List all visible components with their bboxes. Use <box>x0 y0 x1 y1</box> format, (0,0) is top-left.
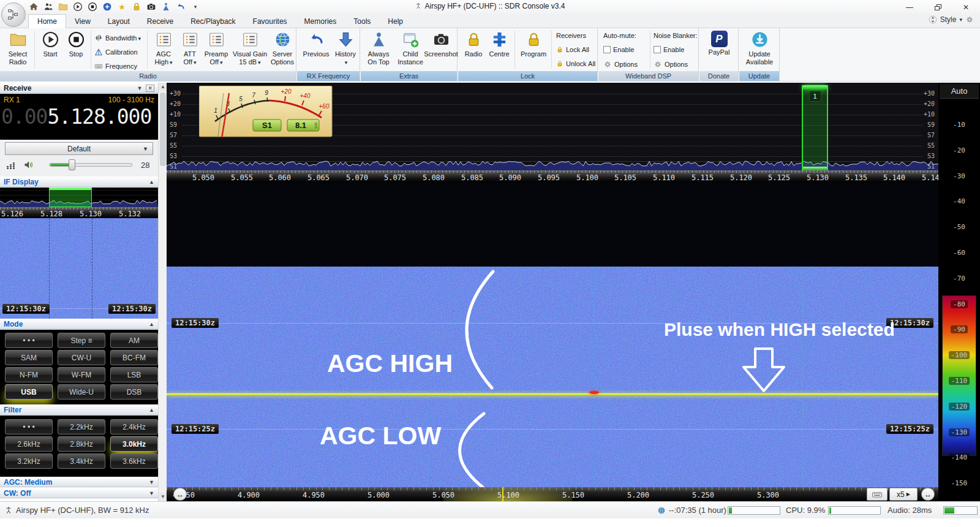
filter-panel-header[interactable]: Filter▲ <box>0 404 158 415</box>
collapse-caret-icon[interactable]: ▼ <box>137 85 143 91</box>
history-dropdown[interactable]: History <box>333 29 358 66</box>
calibration-button[interactable]: Calibration <box>94 48 138 56</box>
tab-tools[interactable]: Tools <box>345 14 379 28</box>
noise-blanker-enable-checkbox[interactable]: Enable <box>654 46 684 53</box>
mode-button-more[interactable]: • • • <box>5 333 53 348</box>
tab-rec-playback[interactable]: Rec/Playback <box>182 14 244 28</box>
speaker-icon[interactable] <box>23 159 36 171</box>
scrollbar-thumb[interactable] <box>160 93 166 166</box>
filter-button-2-6[interactable]: 2.6kHz <box>5 436 53 452</box>
update-available-button[interactable]: Update Available <box>742 29 777 66</box>
tab-view[interactable]: View <box>66 14 99 28</box>
frequency-button[interactable]: Frequency <box>94 62 137 70</box>
mode-button-cw-u[interactable]: CW-U <box>58 350 105 365</box>
tab-memories[interactable]: Memories <box>296 14 345 28</box>
pan-right-button[interactable]: ↔ <box>921 488 935 501</box>
pan-left-button[interactable]: ↔ <box>173 488 187 501</box>
mode-button-am[interactable]: AM <box>110 333 158 348</box>
mode-button-usb[interactable]: USB <box>5 384 53 400</box>
filter-button-3-4[interactable]: 3.4kHz <box>58 453 105 469</box>
zoom-button[interactable]: x5▶ <box>889 488 918 501</box>
if-spectrum[interactable] <box>0 188 158 207</box>
mode-panel-header[interactable]: Mode▲ <box>0 319 158 329</box>
application-menu-button[interactable] <box>1 2 26 27</box>
style-button[interactable]: Style <box>940 15 957 24</box>
auto-mute-options-button[interactable]: Options <box>603 60 638 69</box>
filter-button-3-2[interactable]: 3.2kHz <box>5 453 53 469</box>
lock-centre-button[interactable]: Centre <box>486 29 512 58</box>
profile-dropdown[interactable]: Default▼ <box>5 142 153 155</box>
unlock-all-button[interactable]: Unlock All <box>556 60 595 67</box>
keyboard-entry-button[interactable] <box>867 488 888 501</box>
collapse-caret-icon[interactable]: ▲ <box>149 179 154 185</box>
cw-collapsed-header[interactable]: CW: Off▼ <box>0 488 158 498</box>
close-button[interactable]: ✕ <box>952 0 980 14</box>
collapse-caret-icon[interactable]: ▲ <box>149 407 154 413</box>
previous-button[interactable]: Previous <box>301 29 331 58</box>
stop-button[interactable]: Stop <box>64 29 88 58</box>
tab-help[interactable]: Help <box>379 14 412 28</box>
auto-range-button[interactable]: Auto <box>940 84 979 99</box>
spectrum-display[interactable]: +30 +20 +10 S9 S7 S5 S3 S1 +30 +20 +10 S… <box>167 83 938 183</box>
band-navigation-bar[interactable]: 4.850 4.900 4.950 5.000 5.050 5.100 5.15… <box>167 487 938 501</box>
tuned-frequency[interactable]: 0.005.128.000 <box>1 105 151 129</box>
auto-mute-enable-checkbox[interactable]: Enable <box>603 46 634 53</box>
tab-favourites[interactable]: Favourites <box>244 14 296 28</box>
close-icon[interactable]: ✕ <box>146 85 154 92</box>
if-display-header[interactable]: IF Display▲ <box>0 176 158 187</box>
select-radio-button[interactable]: Select Radio <box>4 29 32 66</box>
filter-button-3-6[interactable]: 3.6kHz <box>110 453 158 469</box>
mode-button-dsb[interactable]: DSB <box>110 384 158 400</box>
if-frequency-scale[interactable]: 5.126 5.128 5.130 5.132 <box>0 207 158 218</box>
style-spinner-icon[interactable] <box>929 15 937 24</box>
collapse-caret-icon[interactable]: ▼ <box>149 490 154 496</box>
lock-all-button[interactable]: Lock All <box>556 46 589 53</box>
server-options-button[interactable]: Server Options <box>270 29 295 66</box>
volume-slider-thumb[interactable] <box>69 159 75 170</box>
agc-collapsed-header[interactable]: AGC: Medium▼ <box>0 477 158 487</box>
tab-layout[interactable]: Layout <box>99 14 138 28</box>
style-caret-icon[interactable]: ▾ <box>959 17 962 23</box>
collapse-caret-icon[interactable]: ▲ <box>149 321 154 327</box>
scroll-down-icon[interactable]: ▼ <box>159 493 167 501</box>
child-instance-button[interactable]: Child Instance <box>395 29 426 66</box>
filter-button-2-4[interactable]: 2.4kHz <box>110 419 158 434</box>
tab-home[interactable]: Home <box>28 14 66 28</box>
agc-dropdown[interactable]: AGC High <box>151 29 176 66</box>
mode-button-wide-u[interactable]: Wide-U <box>58 384 105 400</box>
att-dropdown[interactable]: ATT Off <box>179 29 201 66</box>
always-on-top-button[interactable]: Always On Top <box>363 29 394 66</box>
mode-button-w-fm[interactable]: W-FM <box>58 367 105 382</box>
visual-gain-dropdown[interactable]: Visual Gain 15 dB <box>231 29 269 66</box>
volume-slider[interactable] <box>49 163 132 167</box>
if-waterfall[interactable]: 12:15:30z 12:15:30z <box>0 218 158 319</box>
bandwidth-menu[interactable]: Bandwidth <box>94 34 141 42</box>
screenshot-button[interactable]: Screenshot <box>426 29 456 58</box>
frequency-display[interactable]: RX 1 100 - 3100 Hz 0.005.128.000 <box>0 94 158 140</box>
filter-button-2-8[interactable]: 2.8kHz <box>58 436 105 452</box>
lock-program-button[interactable]: Program <box>518 29 549 58</box>
noise-blanker-options-button[interactable]: Options <box>654 60 688 69</box>
spectrum-frequency-scale[interactable]: 5.050 5.055 5.060 5.065 5.070 5.075 5.08… <box>167 170 938 183</box>
mode-button-n-fm[interactable]: N-FM <box>5 367 53 382</box>
minimize-button[interactable]: — <box>895 0 924 14</box>
waterfall-display[interactable]: 12:15:30z 12:15:30z 12:15:25z 12:15:25z … <box>167 267 938 501</box>
mode-button-lsb[interactable]: LSB <box>110 367 158 382</box>
start-button[interactable]: Start <box>38 29 62 58</box>
filter-button-more[interactable]: • • • <box>5 419 53 434</box>
style-gear-icon[interactable] <box>965 15 974 24</box>
preamp-dropdown[interactable]: Preamp Off <box>203 29 230 66</box>
filter-button-2-2[interactable]: 2.2kHz <box>58 419 105 434</box>
rx1-passband-marker[interactable]: 1 <box>802 85 828 170</box>
scroll-up-icon[interactable]: ▲ <box>159 83 167 91</box>
mode-button-sam[interactable]: SAM <box>5 350 53 365</box>
if-passband-marker[interactable] <box>49 188 92 207</box>
restore-button[interactable] <box>924 0 952 14</box>
collapse-caret-icon[interactable]: ▼ <box>149 479 154 485</box>
equalizer-icon[interactable] <box>6 160 16 170</box>
filter-button-3-0[interactable]: 3.0kHz <box>110 436 158 452</box>
mode-button-step[interactable]: Step ≡ <box>58 333 105 348</box>
tab-receive[interactable]: Receive <box>138 14 182 28</box>
lock-radio-button[interactable]: Radio <box>462 29 485 58</box>
mode-button-bc-fm[interactable]: BC-FM <box>110 350 158 365</box>
